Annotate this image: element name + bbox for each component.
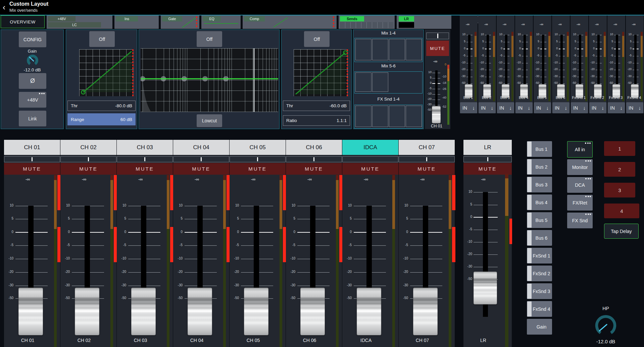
bus-select-button[interactable]: Bus 1 xyxy=(527,141,552,157)
preview-insert[interactable]: Ins xyxy=(114,15,159,29)
send-cell[interactable] xyxy=(389,39,405,60)
input-select-button[interactable]: IN↓ xyxy=(552,102,569,113)
input-select-button[interactable]: IN↓ xyxy=(479,102,496,113)
send-cell[interactable] xyxy=(389,106,405,127)
input-select-button[interactable]: IN↓ xyxy=(608,102,625,113)
pan-slider[interactable] xyxy=(117,156,173,162)
fader-cap[interactable] xyxy=(357,288,381,335)
mute-button[interactable]: MUTE xyxy=(286,163,342,175)
mute-button[interactable]: MUTE xyxy=(399,163,455,175)
mute-button[interactable]: MUTE xyxy=(463,163,512,175)
comp-graph[interactable] xyxy=(294,49,348,96)
gate-threshold-row[interactable]: Thr -80.0 dB xyxy=(67,101,136,111)
fader-cap[interactable] xyxy=(75,288,99,335)
bus-select-button[interactable]: Bus 6 xyxy=(527,230,552,246)
comp-threshold-row[interactable]: Thr -60.0 dB xyxy=(283,101,350,111)
bus-select-button[interactable]: FxSnd 1 xyxy=(527,248,552,264)
mute-button[interactable]: MUTE xyxy=(4,163,60,175)
eq-graph[interactable] xyxy=(141,48,278,112)
phantom-button[interactable]: +48V xyxy=(19,92,46,108)
preview-main[interactable]: LR xyxy=(397,15,451,29)
pan-slider[interactable] xyxy=(230,156,286,162)
mode-button-fxret[interactable]: FX/Ret xyxy=(567,195,593,211)
strip-name-plate[interactable]: IDCA xyxy=(342,140,398,155)
comp-ratio-row[interactable]: Ratio 1.1:1 xyxy=(283,115,350,126)
config-button[interactable]: CONFIG xyxy=(19,32,46,47)
input-select-button[interactable]: IN↓ xyxy=(626,102,643,113)
strip-name-plate[interactable]: CH 03 xyxy=(117,140,173,155)
fader-cap[interactable] xyxy=(131,288,156,335)
gate-power-button[interactable]: Off xyxy=(89,31,115,47)
comp-power-button[interactable]: Off xyxy=(304,31,330,47)
fader-cap[interactable] xyxy=(474,272,497,304)
bus-select-button[interactable]: FxSnd 3 xyxy=(527,283,552,299)
send-cell[interactable] xyxy=(355,39,371,60)
input-select-button[interactable]: IN↓ xyxy=(571,102,588,113)
pan-slider[interactable] xyxy=(60,156,116,162)
send-cell[interactable] xyxy=(372,72,388,92)
mute-button[interactable]: MUTE xyxy=(230,163,286,175)
fader-cap[interactable] xyxy=(413,288,438,335)
pan-slider[interactable] xyxy=(342,156,398,162)
send-cell[interactable] xyxy=(355,106,371,127)
fader-cap[interactable] xyxy=(432,106,441,123)
strip-name-plate[interactable]: CH 05 xyxy=(230,140,286,155)
gain-select-button[interactable]: Gain xyxy=(527,319,552,335)
mode-button-allin[interactable]: All in xyxy=(567,141,593,158)
pan-slider[interactable] xyxy=(426,33,449,39)
fader-cap[interactable] xyxy=(300,288,325,335)
input-select-button[interactable]: IN↓ xyxy=(515,102,533,113)
send-cell[interactable] xyxy=(406,39,422,60)
input-select-button[interactable]: IN↓ xyxy=(534,102,551,113)
mute-button[interactable]: MUTE xyxy=(173,163,229,175)
pan-slider[interactable] xyxy=(173,156,229,162)
preview-preamp[interactable]: +48V LC xyxy=(47,15,112,29)
hp-knob[interactable] xyxy=(593,313,618,338)
send-cell[interactable] xyxy=(406,106,422,127)
mode-button-dca[interactable]: DCA xyxy=(567,177,593,193)
eq-power-button[interactable]: Off xyxy=(197,31,222,47)
bus-select-button[interactable]: Bus 3 xyxy=(527,177,552,192)
bus-select-button[interactable]: FxSnd 2 xyxy=(527,266,552,281)
link-button[interactable]: Link xyxy=(19,111,46,126)
strip-name-plate[interactable]: CH 07 xyxy=(399,140,455,155)
layer-button-4[interactable]: 4 xyxy=(604,204,639,218)
input-select-button[interactable]: IN↓ xyxy=(497,102,514,113)
mode-button-fxsnd[interactable]: FX Snd xyxy=(567,213,593,228)
pan-slider[interactable] xyxy=(286,156,342,162)
back-chevron-icon[interactable]: ‹ xyxy=(3,3,5,11)
phase-button[interactable]: Ø xyxy=(19,73,46,89)
gate-range-row[interactable]: Range 60 dB xyxy=(67,113,136,125)
preview-eq[interactable]: EQ xyxy=(201,15,241,29)
bus-select-button[interactable]: Bus 4 xyxy=(527,194,552,210)
fader-cap[interactable] xyxy=(188,288,212,335)
mute-button[interactable]: MUTE xyxy=(342,163,398,175)
strip-name-plate[interactable]: CH 06 xyxy=(286,140,342,155)
mode-button-monitor[interactable]: Monitor xyxy=(567,159,593,175)
layer-button-3[interactable]: 3 xyxy=(604,183,635,197)
lowcut-button[interactable]: Lowcut xyxy=(197,114,222,127)
send-cell[interactable] xyxy=(372,39,388,60)
fader-cap[interactable] xyxy=(18,288,43,335)
mute-button[interactable]: MUTE xyxy=(117,163,173,175)
bus-select-button[interactable]: FxSnd 4 xyxy=(527,301,552,317)
tab-overview[interactable]: OVERVIEW xyxy=(1,15,45,28)
pan-slider[interactable] xyxy=(463,156,512,162)
layer-button-1[interactable]: 1 xyxy=(604,141,635,156)
send-cell[interactable] xyxy=(355,72,371,92)
gain-knob[interactable] xyxy=(26,54,39,67)
tap-delay-button[interactable]: Tap Delay xyxy=(604,224,639,239)
bus-select-button[interactable]: Bus 5 xyxy=(527,212,552,228)
fader-cap[interactable] xyxy=(244,288,268,335)
input-select-button[interactable]: IN↓ xyxy=(460,102,477,113)
input-select-button[interactable]: IN↓ xyxy=(589,102,606,113)
pan-slider[interactable] xyxy=(4,156,60,162)
strip-name-plate[interactable]: LR xyxy=(463,140,512,155)
gate-graph[interactable] xyxy=(79,49,134,96)
preview-sends[interactable]: Sends xyxy=(339,15,395,29)
preview-gate[interactable]: Gate xyxy=(161,15,199,29)
mute-button[interactable]: MUTE xyxy=(426,41,449,56)
pan-slider[interactable] xyxy=(399,156,455,162)
strip-name-plate[interactable]: CH 02 xyxy=(60,140,116,155)
layer-button-2[interactable]: 2 xyxy=(604,162,635,177)
